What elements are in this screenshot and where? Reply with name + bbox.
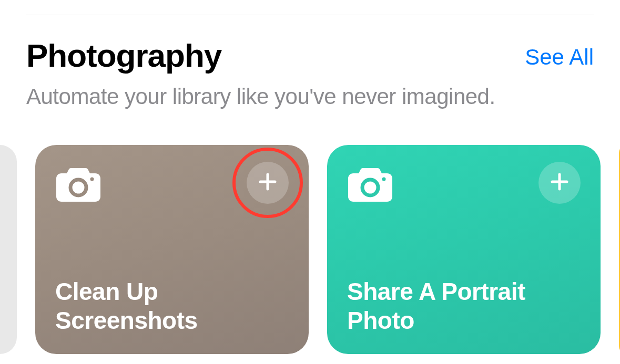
shortcut-card-title: Share A Portrait Photo bbox=[347, 277, 581, 337]
section-divider bbox=[26, 15, 594, 15]
add-shortcut-button[interactable] bbox=[247, 162, 289, 204]
svg-point-3 bbox=[382, 178, 386, 181]
section-title: Photography bbox=[26, 37, 221, 74]
card-header bbox=[55, 162, 289, 205]
previous-card-sliver[interactable] bbox=[0, 145, 17, 354]
shortcut-card-title: Clean Up Screenshots bbox=[55, 277, 289, 337]
shortcut-card-clean-up-screenshots[interactable]: Clean Up Screenshots bbox=[35, 145, 309, 354]
see-all-link[interactable]: See All bbox=[525, 45, 594, 74]
add-shortcut-button[interactable] bbox=[538, 162, 581, 204]
section-header: Photography See All bbox=[26, 37, 594, 74]
plus-icon bbox=[258, 172, 277, 193]
plus-icon bbox=[550, 172, 569, 193]
shortcut-cards-row[interactable]: Clean Up Screenshots Share A Portrait Ph… bbox=[0, 145, 620, 358]
section-subtitle: Automate your library like you've never … bbox=[26, 84, 594, 109]
svg-point-1 bbox=[90, 178, 94, 181]
shortcut-card-share-portrait-photo[interactable]: Share A Portrait Photo bbox=[327, 145, 601, 354]
card-header bbox=[347, 162, 581, 205]
camera-icon bbox=[347, 162, 393, 205]
camera-icon bbox=[55, 162, 101, 205]
